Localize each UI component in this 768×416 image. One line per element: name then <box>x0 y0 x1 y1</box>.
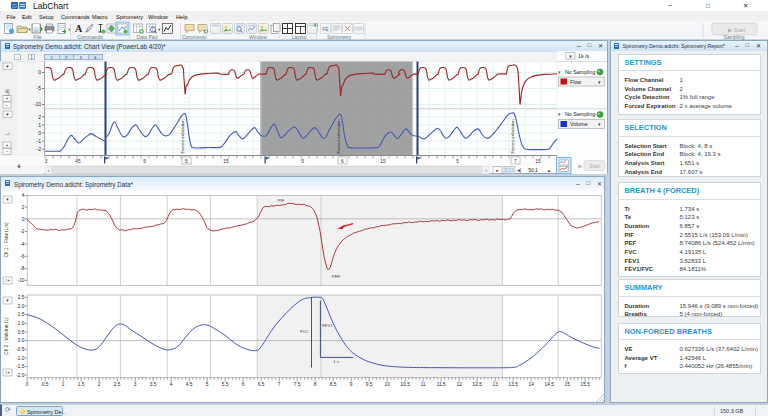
svg-text:▴: ▴ <box>548 167 551 173</box>
svg-text:15: 15 <box>223 159 229 164</box>
svg-text:-4: -4 <box>20 242 25 247</box>
svg-text:5: 5 <box>143 159 146 164</box>
svg-text:1: 1 <box>62 382 65 387</box>
svg-text:6: 6 <box>242 382 245 387</box>
svg-text:0: 0 <box>22 217 25 222</box>
svg-text:-10: -10 <box>34 101 41 107</box>
svg-text:+: + <box>6 141 9 147</box>
svg-text:L/s: L/s <box>4 88 10 95</box>
svg-text:8.5: 8.5 <box>330 382 337 387</box>
svg-text:2: 2 <box>38 113 41 119</box>
svg-text:6: 6 <box>341 157 344 163</box>
svg-text:PEF: PEF <box>332 274 341 279</box>
svg-text:Flow: Flow <box>570 78 581 84</box>
svg-text:Forced exhalation: Forced exhalation <box>510 118 515 153</box>
svg-text:No Sampling: No Sampling <box>565 68 595 74</box>
svg-text:-1.0: -1.0 <box>16 356 25 361</box>
svg-text:1.5: 1.5 <box>18 312 25 317</box>
svg-text:-6: -6 <box>20 254 25 259</box>
svg-text:5: 5 <box>456 159 459 164</box>
svg-text:-2: -2 <box>20 229 25 234</box>
svg-text:4.5: 4.5 <box>186 382 193 387</box>
svg-text:11: 11 <box>421 382 426 387</box>
svg-text:Forced exhalation: Forced exhalation <box>336 118 341 153</box>
svg-text:3: 3 <box>134 382 137 387</box>
svg-text:0.0: 0.0 <box>18 338 25 343</box>
svg-text:15: 15 <box>380 159 386 164</box>
svg-text:Start: Start <box>589 162 600 168</box>
svg-text:9: 9 <box>350 382 353 387</box>
svg-text:6.5: 6.5 <box>258 382 265 387</box>
svg-text:PIF: PIF <box>278 198 285 203</box>
svg-text:5: 5 <box>206 382 209 387</box>
svg-text:15: 15 <box>565 382 571 387</box>
svg-text:11.5: 11.5 <box>437 382 446 387</box>
svg-text:14: 14 <box>529 382 535 387</box>
svg-text:1k /s: 1k /s <box>578 52 590 58</box>
svg-text:-2.0: -2.0 <box>16 373 25 378</box>
svg-text:0: 0 <box>38 129 41 135</box>
svg-text:45: 45 <box>75 159 81 164</box>
svg-text:1 s: 1 s <box>333 359 339 364</box>
svg-text:1.5: 1.5 <box>78 382 85 387</box>
svg-text:12.5: 12.5 <box>473 382 483 387</box>
svg-text:3.5: 3.5 <box>150 382 157 387</box>
svg-text:14.5: 14.5 <box>545 382 555 387</box>
svg-text:-0.5: -0.5 <box>16 347 25 352</box>
svg-text:↕+: ↕+ <box>5 278 10 283</box>
svg-text:7: 7 <box>278 382 281 387</box>
svg-text:2: 2 <box>22 205 25 210</box>
svg-text:FVC: FVC <box>300 329 309 334</box>
svg-text:0: 0 <box>38 69 41 75</box>
svg-text:10: 10 <box>385 382 391 387</box>
svg-text:9.5: 9.5 <box>366 382 373 387</box>
svg-text:2.5: 2.5 <box>114 382 121 387</box>
svg-text:1: 1 <box>38 121 41 127</box>
svg-text:10.5: 10.5 <box>401 382 411 387</box>
svg-text:0.5: 0.5 <box>42 382 49 387</box>
svg-text:▾: ▾ <box>158 27 161 32</box>
svg-text:−: − <box>6 101 9 107</box>
svg-text:-5: -5 <box>37 85 42 91</box>
svg-text:▶: ▶ <box>578 163 583 169</box>
svg-text:12: 12 <box>457 382 463 387</box>
svg-text:Ch 2 : Volume (L): Ch 2 : Volume (L) <box>4 317 9 355</box>
svg-text:-1: -1 <box>37 137 42 143</box>
svg-text:−: − <box>6 148 9 154</box>
svg-text:-8: -8 <box>20 266 25 271</box>
svg-text:▾: ▾ <box>29 27 32 32</box>
svg-text:1.0: 1.0 <box>18 321 25 326</box>
svg-text:13: 13 <box>493 382 499 387</box>
svg-text:A: A <box>75 23 83 34</box>
svg-text:L: L <box>4 131 10 134</box>
svg-text:FE: FE <box>322 26 329 32</box>
svg-text:0: 0 <box>26 382 29 387</box>
svg-text:3: 3 <box>45 159 48 164</box>
svg-text:2.5: 2.5 <box>18 295 25 300</box>
svg-text:-1.5: -1.5 <box>16 364 25 369</box>
svg-text:Forced exhalation: Forced exhalation <box>180 118 185 153</box>
svg-text:4: 4 <box>22 193 25 198</box>
svg-text:2: 2 <box>98 382 101 387</box>
svg-text:◂|: ◂| <box>517 167 521 173</box>
svg-text:15.5: 15.5 <box>581 382 591 387</box>
svg-text:13.5: 13.5 <box>509 382 519 387</box>
svg-text:7: 7 <box>514 157 517 163</box>
svg-text:FEV1: FEV1 <box>322 323 333 328</box>
svg-text:4: 4 <box>170 382 173 387</box>
svg-text:15: 15 <box>535 159 541 164</box>
svg-text:-10: -10 <box>18 278 25 283</box>
svg-text:50:1: 50:1 <box>528 167 538 173</box>
svg-text:0.5: 0.5 <box>18 330 25 335</box>
svg-text:▶ Start: ▶ Start <box>728 27 746 33</box>
svg-text:5.5: 5.5 <box>222 382 229 387</box>
svg-text:7.5: 7.5 <box>294 382 301 387</box>
svg-text:-2: -2 <box>37 146 42 152</box>
svg-text:Ch 1 : Flow (L/s): Ch 1 : Flow (L/s) <box>4 222 9 258</box>
svg-text:No Sampling: No Sampling <box>565 111 595 117</box>
svg-text:5: 5 <box>301 159 304 164</box>
svg-text:5: 5 <box>185 157 188 163</box>
svg-text:2.0: 2.0 <box>18 304 25 309</box>
svg-text:⚘: ⚘ <box>16 163 22 170</box>
svg-text:↕+: ↕+ <box>5 370 10 375</box>
